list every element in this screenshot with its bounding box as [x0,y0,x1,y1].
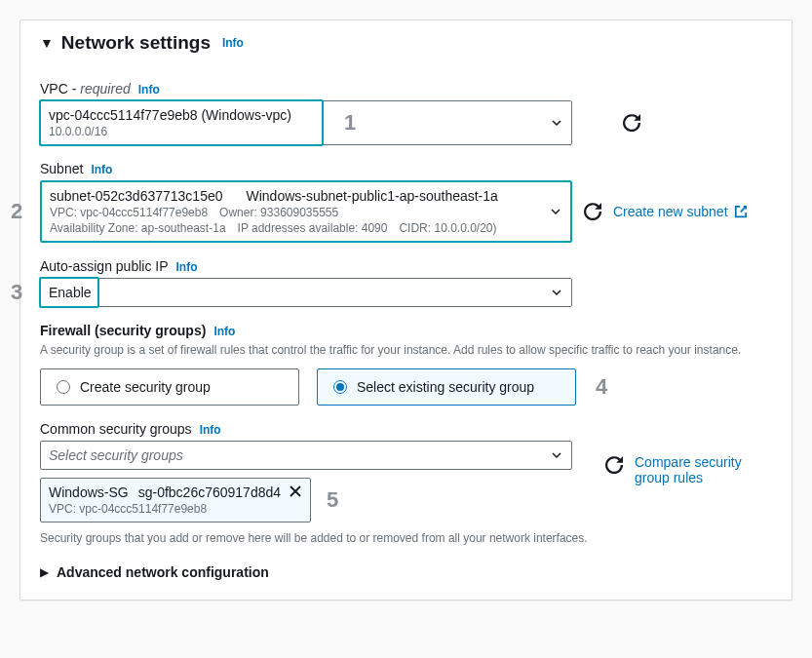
chevron-down-icon [552,115,561,131]
vpc-required: required [80,81,130,97]
callout-4: 4 [596,374,607,400]
close-icon [289,484,302,498]
vpc-label: VPC - [40,81,76,97]
subnet-detail-vpc: VPC: vpc-04ccc5114f77e9eb8 [50,206,208,219]
panel-title: Network settings [61,32,211,54]
common-sg-placeholder: Select security groups [49,447,183,463]
info-link-autoip[interactable]: Info [176,260,198,274]
subnet-select[interactable]: subnet-052c3d637713c15e0 Windows-subnet-… [40,180,572,243]
chevron-down-icon [551,204,561,219]
info-link-firewall[interactable]: Info [213,325,235,338]
subnet-detail-owner: Owner: 933609035555 [219,206,338,219]
vpc-selected-cidr: 10.0.0.0/16 [49,125,107,138]
vpc-select[interactable]: vpc-04ccc5114f77e9eb8 (Windows-vpc) 10.0… [40,100,572,145]
create-subnet-link[interactable]: Create new subnet [613,204,748,219]
subnet-detail-az: Availability Zone: ap-southeast-1a [50,221,226,235]
auto-ip-select[interactable]: Enable [40,278,572,307]
info-link-header[interactable]: Info [222,36,244,50]
auto-ip-label: Auto-assign public IP [40,258,169,274]
chevron-down-icon [552,447,561,463]
firewall-field: Firewall (security groups) Info A securi… [40,323,772,406]
subnet-selected-id: subnet-052c3d637713c15e0 [50,188,223,204]
radio-create-sg[interactable]: Create security group [40,368,299,406]
firewall-help: A security group is a set of firewall ru… [40,342,772,359]
auto-ip-value: Enable [49,285,92,300]
vpc-refresh-button[interactable] [623,114,640,132]
advanced-config-toggle[interactable]: ▶ Advanced network configuration [40,564,772,580]
sg-chip-name: Windows-SG [49,484,129,500]
common-sg-select[interactable]: Select security groups [40,441,572,470]
callout-3: 3 [11,280,22,305]
radio-icon [57,380,70,394]
sg-refresh-button[interactable] [605,456,623,474]
network-settings-panel: ▼ Network settings Info VPC - required I… [19,19,793,600]
compare-sg-link[interactable]: Compare security group rules [635,454,752,485]
radio-existing-sg[interactable]: Select existing security group [317,368,576,406]
vpc-field: VPC - required Info vpc-04ccc5114f77e9eb… [40,81,772,145]
info-link-vpc[interactable]: Info [138,83,160,97]
subnet-detail-cidr: CIDR: 10.0.0.0/20) [399,221,496,235]
subnet-field: Subnet Info 2 subnet-052c3d637713c15e0 W… [40,161,772,243]
advanced-config-label: Advanced network configuration [57,564,269,580]
caret-down-icon: ▼ [40,35,54,51]
subnet-label: Subnet [40,161,83,176]
vpc-selected-name: vpc-04ccc5114f77e9eb8 (Windows-vpc) [49,107,291,123]
chevron-down-icon [552,285,561,300]
common-sg-label: Common security groups [40,421,192,437]
info-link-commonsg[interactable]: Info [200,423,221,437]
callout-2: 2 [11,199,22,224]
info-link-subnet[interactable]: Info [91,163,112,176]
callout-5: 5 [327,487,338,513]
sg-chip-vpc: VPC: vpc-04ccc5114f77e9eb8 [49,502,281,516]
radio-create-label: Create security group [80,379,211,395]
sg-chip: Windows-SG sg-0fbc26c760917d8d4 VPC: vpc… [40,478,311,523]
external-link-icon [734,205,748,218]
callout-1: 1 [344,110,356,135]
common-sg-help: Security groups that you add or remove h… [40,530,772,547]
panel-header[interactable]: ▼ Network settings Info [20,20,792,69]
firewall-label: Firewall (security groups) [40,323,206,338]
chip-remove-button[interactable] [289,484,302,501]
radio-icon [333,380,347,394]
subnet-selected-name: Windows-subnet-public1-ap-southeast-1a [247,188,498,204]
subnet-refresh-button[interactable] [584,203,601,220]
sg-chip-id: sg-0fbc26c760917d8d4 [138,484,281,500]
caret-right-icon: ▶ [40,565,49,579]
common-sg-field: Common security groups Info Select secur… [40,421,772,547]
subnet-detail-ips: IP addresses available: 4090 [238,221,388,235]
radio-existing-label: Select existing security group [357,379,534,395]
auto-ip-field: Auto-assign public IP Info 3 Enable [40,258,772,307]
